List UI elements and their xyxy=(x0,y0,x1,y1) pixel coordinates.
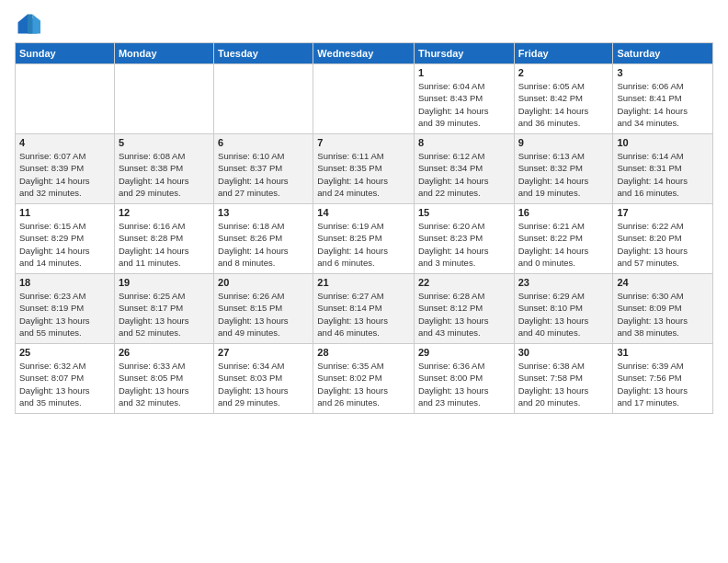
calendar-cell: 14Sunrise: 6:19 AM Sunset: 8:25 PM Dayli… xyxy=(313,204,415,274)
day-number: 9 xyxy=(518,137,609,148)
day-info: Sunrise: 6:36 AM Sunset: 8:00 PM Dayligh… xyxy=(418,360,510,408)
weekday-header: Saturday xyxy=(613,43,713,64)
day-info: Sunrise: 6:25 AM Sunset: 8:17 PM Dayligh… xyxy=(119,290,210,339)
day-number: 8 xyxy=(418,137,510,148)
calendar-cell xyxy=(16,64,115,134)
day-number: 17 xyxy=(617,207,709,218)
day-number: 14 xyxy=(317,207,410,218)
day-info: Sunrise: 6:10 AM Sunset: 8:37 PM Dayligh… xyxy=(218,150,309,199)
day-info: Sunrise: 6:29 AM Sunset: 8:10 PM Dayligh… xyxy=(518,290,609,339)
calendar-week-row: 25Sunrise: 6:32 AM Sunset: 8:07 PM Dayli… xyxy=(16,344,713,414)
day-number: 26 xyxy=(119,347,210,358)
calendar-cell: 30Sunrise: 6:38 AM Sunset: 7:58 PM Dayli… xyxy=(514,344,613,414)
logo-icon xyxy=(15,11,40,37)
day-info: Sunrise: 6:32 AM Sunset: 8:07 PM Dayligh… xyxy=(19,360,110,408)
weekday-header: Friday xyxy=(514,43,613,64)
day-info: Sunrise: 6:28 AM Sunset: 8:12 PM Dayligh… xyxy=(418,290,510,339)
day-info: Sunrise: 6:11 AM Sunset: 8:35 PM Dayligh… xyxy=(317,150,410,199)
day-number: 13 xyxy=(218,207,309,218)
calendar-cell: 9Sunrise: 6:13 AM Sunset: 8:32 PM Daylig… xyxy=(514,134,613,204)
day-number: 16 xyxy=(518,207,609,218)
calendar-cell: 26Sunrise: 6:33 AM Sunset: 8:05 PM Dayli… xyxy=(114,344,213,414)
calendar-week-row: 11Sunrise: 6:15 AM Sunset: 8:29 PM Dayli… xyxy=(16,204,713,274)
weekday-header: Thursday xyxy=(414,43,514,64)
calendar-cell: 13Sunrise: 6:18 AM Sunset: 8:26 PM Dayli… xyxy=(214,204,313,274)
day-number: 1 xyxy=(418,67,510,78)
calendar-cell: 5Sunrise: 6:08 AM Sunset: 8:38 PM Daylig… xyxy=(114,134,213,204)
day-info: Sunrise: 6:35 AM Sunset: 8:02 PM Dayligh… xyxy=(317,360,410,408)
day-info: Sunrise: 6:18 AM Sunset: 8:26 PM Dayligh… xyxy=(218,220,309,269)
day-number: 23 xyxy=(518,277,609,288)
day-info: Sunrise: 6:15 AM Sunset: 8:29 PM Dayligh… xyxy=(19,220,110,269)
day-info: Sunrise: 6:33 AM Sunset: 8:05 PM Dayligh… xyxy=(119,360,210,408)
day-number: 21 xyxy=(317,277,410,288)
day-number: 28 xyxy=(317,347,410,358)
day-info: Sunrise: 6:06 AM Sunset: 8:41 PM Dayligh… xyxy=(617,80,709,129)
calendar-week-row: 18Sunrise: 6:23 AM Sunset: 8:19 PM Dayli… xyxy=(16,274,713,344)
calendar-cell: 11Sunrise: 6:15 AM Sunset: 8:29 PM Dayli… xyxy=(16,204,115,274)
day-number: 22 xyxy=(418,277,510,288)
day-info: Sunrise: 6:20 AM Sunset: 8:23 PM Dayligh… xyxy=(418,220,510,269)
calendar-cell: 8Sunrise: 6:12 AM Sunset: 8:34 PM Daylig… xyxy=(414,134,514,204)
day-number: 29 xyxy=(418,347,510,358)
day-info: Sunrise: 6:07 AM Sunset: 8:39 PM Dayligh… xyxy=(19,150,110,199)
calendar-cell: 19Sunrise: 6:25 AM Sunset: 8:17 PM Dayli… xyxy=(114,274,213,344)
day-number: 18 xyxy=(19,277,110,288)
calendar-table: SundayMondayTuesdayWednesdayThursdayFrid… xyxy=(15,42,713,414)
day-info: Sunrise: 6:14 AM Sunset: 8:31 PM Dayligh… xyxy=(617,150,709,199)
calendar-cell xyxy=(114,64,213,134)
page-container: SundayMondayTuesdayWednesdayThursdayFrid… xyxy=(0,0,728,421)
day-info: Sunrise: 6:27 AM Sunset: 8:14 PM Dayligh… xyxy=(317,290,410,339)
day-number: 3 xyxy=(617,67,709,78)
day-info: Sunrise: 6:04 AM Sunset: 8:43 PM Dayligh… xyxy=(418,80,510,129)
calendar-cell: 6Sunrise: 6:10 AM Sunset: 8:37 PM Daylig… xyxy=(214,134,313,204)
day-info: Sunrise: 6:38 AM Sunset: 7:58 PM Dayligh… xyxy=(518,360,609,408)
day-info: Sunrise: 6:22 AM Sunset: 8:20 PM Dayligh… xyxy=(617,220,709,269)
calendar-cell: 1Sunrise: 6:04 AM Sunset: 8:43 PM Daylig… xyxy=(414,64,514,134)
day-number: 25 xyxy=(19,347,110,358)
day-number: 15 xyxy=(418,207,510,218)
day-info: Sunrise: 6:21 AM Sunset: 8:22 PM Dayligh… xyxy=(518,220,609,269)
calendar-cell: 25Sunrise: 6:32 AM Sunset: 8:07 PM Dayli… xyxy=(16,344,115,414)
weekday-header: Tuesday xyxy=(214,43,313,64)
day-number: 31 xyxy=(617,347,709,358)
svg-marker-2 xyxy=(28,15,32,34)
calendar-cell: 7Sunrise: 6:11 AM Sunset: 8:35 PM Daylig… xyxy=(313,134,415,204)
day-number: 5 xyxy=(119,137,210,148)
svg-marker-1 xyxy=(32,15,40,34)
weekday-header: Monday xyxy=(114,43,213,64)
calendar-cell: 31Sunrise: 6:39 AM Sunset: 7:56 PM Dayli… xyxy=(613,344,713,414)
day-info: Sunrise: 6:26 AM Sunset: 8:15 PM Dayligh… xyxy=(218,290,309,339)
day-info: Sunrise: 6:05 AM Sunset: 8:42 PM Dayligh… xyxy=(518,80,609,129)
day-info: Sunrise: 6:30 AM Sunset: 8:09 PM Dayligh… xyxy=(617,290,709,339)
calendar-cell: 23Sunrise: 6:29 AM Sunset: 8:10 PM Dayli… xyxy=(514,274,613,344)
calendar-cell: 4Sunrise: 6:07 AM Sunset: 8:39 PM Daylig… xyxy=(16,134,115,204)
day-info: Sunrise: 6:13 AM Sunset: 8:32 PM Dayligh… xyxy=(518,150,609,199)
day-info: Sunrise: 6:08 AM Sunset: 8:38 PM Dayligh… xyxy=(119,150,210,199)
day-number: 12 xyxy=(119,207,210,218)
day-number: 7 xyxy=(317,137,410,148)
day-number: 24 xyxy=(617,277,709,288)
calendar-cell: 12Sunrise: 6:16 AM Sunset: 8:28 PM Dayli… xyxy=(114,204,213,274)
calendar-cell: 2Sunrise: 6:05 AM Sunset: 8:42 PM Daylig… xyxy=(514,64,613,134)
logo xyxy=(15,11,44,37)
day-number: 30 xyxy=(518,347,609,358)
calendar-cell: 3Sunrise: 6:06 AM Sunset: 8:41 PM Daylig… xyxy=(613,64,713,134)
calendar-cell: 29Sunrise: 6:36 AM Sunset: 8:00 PM Dayli… xyxy=(414,344,514,414)
day-number: 4 xyxy=(19,137,110,148)
header-row: SundayMondayTuesdayWednesdayThursdayFrid… xyxy=(16,43,713,64)
day-number: 6 xyxy=(218,137,309,148)
calendar-week-row: 4Sunrise: 6:07 AM Sunset: 8:39 PM Daylig… xyxy=(16,134,713,204)
day-number: 10 xyxy=(617,137,709,148)
calendar-cell: 17Sunrise: 6:22 AM Sunset: 8:20 PM Dayli… xyxy=(613,204,713,274)
day-number: 11 xyxy=(19,207,110,218)
calendar-cell: 16Sunrise: 6:21 AM Sunset: 8:22 PM Dayli… xyxy=(514,204,613,274)
day-number: 19 xyxy=(119,277,210,288)
calendar-cell: 22Sunrise: 6:28 AM Sunset: 8:12 PM Dayli… xyxy=(414,274,514,344)
calendar-cell: 20Sunrise: 6:26 AM Sunset: 8:15 PM Dayli… xyxy=(214,274,313,344)
calendar-cell: 10Sunrise: 6:14 AM Sunset: 8:31 PM Dayli… xyxy=(613,134,713,204)
weekday-header: Sunday xyxy=(16,43,115,64)
day-number: 27 xyxy=(218,347,309,358)
calendar-cell xyxy=(214,64,313,134)
calendar-week-row: 1Sunrise: 6:04 AM Sunset: 8:43 PM Daylig… xyxy=(16,64,713,134)
